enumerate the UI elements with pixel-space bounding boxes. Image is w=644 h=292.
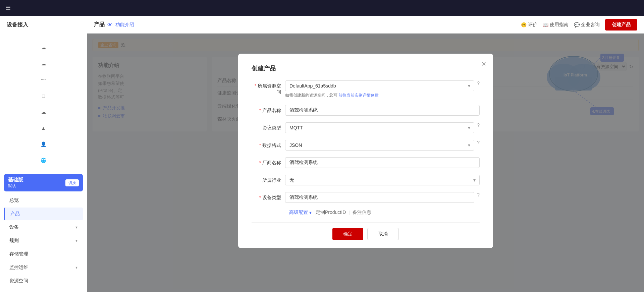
consult-icon: 💬 [574, 22, 580, 27]
sidebar-item-label-storage: 存储管理 [9, 251, 77, 257]
sidebar: 设备接入 ☁ ☁ 〰 ◻ ☁ ▲ 👤 🌐 基础版 默认 切换 总览 [0, 16, 87, 292]
product-name-label: 产品名称 [252, 105, 285, 114]
data-format-control: JSON ▾ [285, 140, 474, 151]
layout: 设备接入 ☁ ☁ 〰 ◻ ☁ ▲ 👤 🌐 基础版 默认 切换 总览 [0, 16, 644, 292]
manufacturer-name-label: 厂商名称 [252, 157, 285, 166]
evaluate-label: 评价 [528, 22, 537, 28]
advanced-config-toggle[interactable]: 高级配置 ▾ [289, 210, 312, 216]
advanced-config-row: 高级配置 ▾ 定制ProductID | 备注信息 [252, 210, 480, 216]
consult-label: 企业咨询 [581, 22, 600, 28]
product-name-input[interactable] [285, 105, 480, 116]
industry-row: 所属行业 无 ▾ [252, 175, 480, 185]
menu-icon[interactable]: ☰ [5, 4, 11, 12]
industry-label: 所属行业 [252, 175, 285, 183]
guide-label: 使用指南 [550, 22, 569, 28]
protocol-type-row: 协议类型 MQTT ▾ ? [252, 122, 480, 133]
sidebar-plan-name: 基础版 [8, 177, 23, 183]
consult-button[interactable]: 💬 企业咨询 [574, 22, 600, 28]
sidebar-item-label-monitor: 监控运维 [9, 265, 75, 271]
cancel-button[interactable]: 取消 [367, 228, 399, 240]
sidebar-item-iotda[interactable]: IoTDA实例 [4, 288, 83, 292]
sidebar-icon-wave[interactable]: 〰 [37, 73, 50, 86]
chevron-down-icon-device: ▾ [75, 225, 77, 230]
sidebar-icon-cloud3[interactable]: ☁ [37, 105, 50, 119]
protocol-help-icon[interactable]: ? [477, 122, 480, 128]
resource-space-label: 所属资源空间 [252, 80, 285, 95]
sidebar-icon-person[interactable]: 👤 [37, 137, 50, 151]
manufacturer-name-input[interactable] [285, 157, 480, 168]
advanced-config-label: 高级配置 [289, 210, 308, 216]
page-title: 产品 [94, 21, 105, 28]
sidebar-item-monitor[interactable]: 监控运维 ▾ [4, 261, 83, 274]
feature-intro-link[interactable]: 功能介绍 [115, 22, 134, 28]
device-type-row: 设备类型 ? [252, 192, 480, 203]
sidebar-item-overview[interactable]: 总览 [4, 194, 83, 207]
remark-info-label: 备注信息 [353, 210, 371, 216]
sidebar-item-label-rules: 规则 [9, 238, 75, 244]
sidebar-icon-cloud1[interactable]: ☁ [37, 41, 50, 54]
resource-space-help-icon[interactable]: ? [477, 80, 480, 86]
protocol-select-wrap: MQTT ▾ [285, 122, 474, 133]
chevron-down-icon-advanced: ▾ [309, 210, 312, 215]
resource-space-select-wrap: DefaultApp_61a5sddb ▾ [285, 80, 474, 91]
sidebar-item-rules[interactable]: 规则 ▾ [4, 234, 83, 247]
sidebar-plan-badge: 基础版 默认 切换 [4, 174, 83, 191]
sidebar-icon-cloud2[interactable]: ☁ [37, 57, 50, 70]
header-left: 产品 👁 功能介绍 [94, 21, 134, 28]
main-body: 企业咨询 欢 功能介绍 在物联网平台 如果您希望使 (Profile)、定 数据… [87, 34, 644, 292]
modal-close-button[interactable]: ✕ [481, 60, 486, 68]
protocol-type-select[interactable]: MQTT [285, 122, 474, 133]
evaluate-button[interactable]: 😊 评价 [521, 22, 537, 28]
create-instance-link[interactable]: 前往当前实例详情创建 [338, 93, 379, 98]
resource-space-select[interactable]: DefaultApp_61a5sddb [285, 80, 474, 91]
data-format-label: 数据格式 [252, 140, 285, 149]
manufacturer-name-control [285, 157, 480, 168]
sidebar-item-storage[interactable]: 存储管理 [4, 248, 83, 260]
manufacturer-name-row: 厂商名称 [252, 157, 480, 168]
sidebar-plan-info: 基础版 默认 [8, 177, 23, 189]
modal-footer: 确定 取消 [252, 222, 480, 240]
resource-space-row: 所属资源空间 DefaultApp_61a5sddb ▾ 如需创建新的资源空间，… [252, 80, 480, 98]
sidebar-icon-section: ☁ ☁ 〰 ◻ ☁ ▲ 👤 🌐 [0, 37, 87, 171]
sidebar-item-product[interactable]: 产品 [4, 208, 83, 220]
create-product-button[interactable]: 创建产品 [605, 19, 637, 31]
sidebar-active-section: 基础版 默认 切换 总览 产品 设备 ▾ 规则 ▾ 存储管理 [0, 171, 87, 292]
switch-button[interactable]: 切换 [65, 179, 79, 186]
sidebar-title: 设备接入 [0, 16, 87, 34]
resource-space-hint: 如需创建新的资源空间，您可 前往当前实例详情创建 [285, 93, 474, 98]
sidebar-icon-globe[interactable]: 🌐 [37, 154, 50, 167]
sidebar-item-label-resource: 资源空间 [9, 278, 77, 284]
data-format-row: 数据格式 JSON ▾ ? [252, 140, 480, 151]
sidebar-plan-sub: 默认 [8, 183, 23, 189]
device-type-help-icon[interactable]: ? [477, 192, 480, 197]
sidebar-item-resource[interactable]: 资源空间 [4, 275, 83, 287]
confirm-button[interactable]: 确定 [332, 228, 363, 240]
industry-select-wrap: 无 ▾ [285, 175, 480, 185]
device-type-label: 设备类型 [252, 192, 285, 201]
header-right: 😊 评价 📖 使用指南 💬 企业咨询 创建产品 [521, 19, 637, 31]
data-format-select-wrap: JSON ▾ [285, 140, 474, 151]
product-name-control [285, 105, 480, 116]
guide-button[interactable]: 📖 使用指南 [543, 22, 569, 28]
eye-icon: 👁 [107, 22, 113, 28]
sidebar-icon-storage[interactable]: ◻ [37, 89, 50, 103]
chevron-down-icon-rules: ▾ [75, 238, 77, 243]
sidebar-item-device[interactable]: 设备 ▾ [4, 221, 83, 234]
sidebar-item-label-overview: 总览 [9, 197, 77, 203]
book-icon: 📖 [543, 22, 548, 27]
device-type-control [285, 192, 474, 203]
resource-space-control: DefaultApp_61a5sddb ▾ 如需创建新的资源空间，您可 前往当前… [285, 80, 474, 98]
advanced-options: 定制ProductID | 备注信息 [316, 210, 371, 216]
industry-control: 无 ▾ [285, 175, 480, 185]
custom-product-id-label: 定制ProductID [316, 210, 346, 216]
device-type-input[interactable] [285, 192, 474, 203]
data-format-help-icon[interactable]: ? [477, 140, 480, 145]
modal-overlay: 创建产品 ✕ 所属资源空间 DefaultApp_61a5sddb ▾ [87, 34, 644, 292]
industry-select[interactable]: 无 [285, 175, 480, 185]
chevron-down-icon-monitor: ▾ [75, 265, 77, 270]
modal-title: 创建产品 [252, 64, 480, 72]
data-format-select[interactable]: JSON [285, 140, 474, 151]
main-header: 产品 👁 功能介绍 😊 评价 📖 使用指南 💬 企业咨询 创建产品 [87, 16, 644, 34]
create-product-modal: 创建产品 ✕ 所属资源空间 DefaultApp_61a5sddb ▾ [238, 54, 493, 248]
sidebar-icon-upload[interactable]: ▲ [37, 121, 50, 135]
